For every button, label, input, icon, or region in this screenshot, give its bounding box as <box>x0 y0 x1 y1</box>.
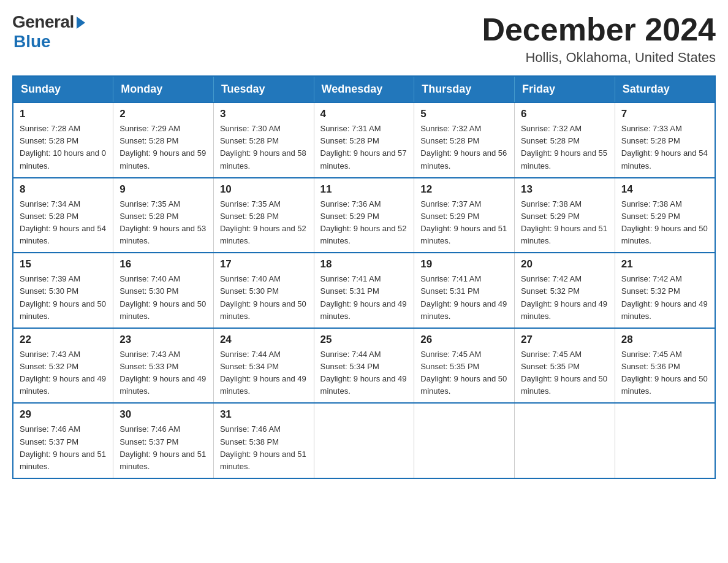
day-number: 18 <box>320 258 408 270</box>
day-info: Sunrise: 7:30 AMSunset: 5:28 PMDaylight:… <box>220 123 308 172</box>
calendar-week-row: 15Sunrise: 7:39 AMSunset: 5:30 PMDayligh… <box>13 253 715 328</box>
day-header-saturday: Saturday <box>615 76 715 102</box>
location-subtitle: Hollis, Oklahoma, United States <box>482 50 716 66</box>
day-number: 4 <box>320 108 408 120</box>
day-info: Sunrise: 7:41 AMSunset: 5:31 PMDaylight:… <box>420 273 508 323</box>
day-header-sunday: Sunday <box>13 76 113 102</box>
day-number: 21 <box>621 258 708 270</box>
day-header-monday: Monday <box>113 76 214 102</box>
day-info: Sunrise: 7:35 AMSunset: 5:28 PMDaylight:… <box>119 198 207 248</box>
calendar-cell: 19Sunrise: 7:41 AMSunset: 5:31 PMDayligh… <box>414 253 515 328</box>
day-info: Sunrise: 7:36 AMSunset: 5:29 PMDaylight:… <box>320 198 408 248</box>
day-header-row: SundayMondayTuesdayWednesdayThursdayFrid… <box>13 76 715 102</box>
calendar-cell: 14Sunrise: 7:38 AMSunset: 5:29 PMDayligh… <box>615 178 715 253</box>
day-info: Sunrise: 7:46 AMSunset: 5:37 PMDaylight:… <box>119 423 207 473</box>
calendar-cell: 17Sunrise: 7:40 AMSunset: 5:30 PMDayligh… <box>213 253 314 328</box>
calendar-cell: 9Sunrise: 7:35 AMSunset: 5:28 PMDaylight… <box>113 178 214 253</box>
calendar-cell: 29Sunrise: 7:46 AMSunset: 5:37 PMDayligh… <box>13 403 113 478</box>
day-info: Sunrise: 7:45 AMSunset: 5:35 PMDaylight:… <box>420 348 508 398</box>
day-info: Sunrise: 7:44 AMSunset: 5:34 PMDaylight:… <box>320 348 408 398</box>
day-info: Sunrise: 7:32 AMSunset: 5:28 PMDaylight:… <box>420 123 508 172</box>
calendar-week-row: 1Sunrise: 7:28 AMSunset: 5:28 PMDaylight… <box>13 102 715 178</box>
day-number: 25 <box>320 334 408 346</box>
day-info: Sunrise: 7:44 AMSunset: 5:34 PMDaylight:… <box>220 348 308 398</box>
day-info: Sunrise: 7:40 AMSunset: 5:30 PMDaylight:… <box>220 273 308 323</box>
day-info: Sunrise: 7:45 AMSunset: 5:36 PMDaylight:… <box>621 348 708 398</box>
calendar-cell: 5Sunrise: 7:32 AMSunset: 5:28 PMDaylight… <box>414 102 515 178</box>
day-number: 30 <box>119 408 207 421</box>
day-header-friday: Friday <box>515 76 615 102</box>
calendar-cell: 12Sunrise: 7:37 AMSunset: 5:29 PMDayligh… <box>414 178 515 253</box>
day-info: Sunrise: 7:46 AMSunset: 5:37 PMDaylight:… <box>20 423 107 473</box>
day-info: Sunrise: 7:42 AMSunset: 5:32 PMDaylight:… <box>521 273 609 323</box>
calendar-cell <box>515 403 615 478</box>
calendar-cell: 27Sunrise: 7:45 AMSunset: 5:35 PMDayligh… <box>515 328 615 404</box>
day-number: 24 <box>220 334 308 346</box>
calendar-cell: 28Sunrise: 7:45 AMSunset: 5:36 PMDayligh… <box>615 328 715 404</box>
day-number: 1 <box>20 108 107 120</box>
calendar-cell: 10Sunrise: 7:35 AMSunset: 5:28 PMDayligh… <box>213 178 314 253</box>
day-number: 7 <box>621 108 708 120</box>
day-number: 27 <box>521 334 609 346</box>
calendar-cell <box>414 403 515 478</box>
calendar-cell: 24Sunrise: 7:44 AMSunset: 5:34 PMDayligh… <box>213 328 314 404</box>
day-number: 2 <box>119 108 207 120</box>
title-section: December 2024 Hollis, Oklahoma, United S… <box>482 12 716 66</box>
calendar-cell: 22Sunrise: 7:43 AMSunset: 5:32 PMDayligh… <box>13 328 113 404</box>
day-number: 3 <box>220 108 308 120</box>
day-number: 19 <box>420 258 508 270</box>
day-number: 10 <box>220 183 308 196</box>
day-number: 6 <box>521 108 609 120</box>
day-info: Sunrise: 7:29 AMSunset: 5:28 PMDaylight:… <box>119 123 207 172</box>
logo-arrow-icon <box>77 17 85 29</box>
day-info: Sunrise: 7:39 AMSunset: 5:30 PMDaylight:… <box>20 273 107 323</box>
day-info: Sunrise: 7:42 AMSunset: 5:32 PMDaylight:… <box>621 273 708 323</box>
day-number: 16 <box>119 258 207 270</box>
day-number: 29 <box>20 408 107 421</box>
calendar-cell: 30Sunrise: 7:46 AMSunset: 5:37 PMDayligh… <box>113 403 214 478</box>
calendar-table: SundayMondayTuesdayWednesdayThursdayFrid… <box>12 75 716 479</box>
calendar-cell: 18Sunrise: 7:41 AMSunset: 5:31 PMDayligh… <box>314 253 414 328</box>
calendar-cell: 11Sunrise: 7:36 AMSunset: 5:29 PMDayligh… <box>314 178 414 253</box>
logo: General Blue <box>12 12 85 52</box>
calendar-cell: 4Sunrise: 7:31 AMSunset: 5:28 PMDaylight… <box>314 102 414 178</box>
calendar-cell: 31Sunrise: 7:46 AMSunset: 5:38 PMDayligh… <box>213 403 314 478</box>
day-number: 11 <box>320 183 408 196</box>
day-number: 13 <box>521 183 609 196</box>
calendar-cell: 3Sunrise: 7:30 AMSunset: 5:28 PMDaylight… <box>213 102 314 178</box>
month-title: December 2024 <box>482 12 716 47</box>
day-info: Sunrise: 7:41 AMSunset: 5:31 PMDaylight:… <box>320 273 408 323</box>
calendar-cell: 20Sunrise: 7:42 AMSunset: 5:32 PMDayligh… <box>515 253 615 328</box>
day-number: 20 <box>521 258 609 270</box>
day-number: 15 <box>20 258 107 270</box>
calendar-cell: 15Sunrise: 7:39 AMSunset: 5:30 PMDayligh… <box>13 253 113 328</box>
day-number: 5 <box>420 108 508 120</box>
calendar-cell: 8Sunrise: 7:34 AMSunset: 5:28 PMDaylight… <box>13 178 113 253</box>
day-number: 28 <box>621 334 708 346</box>
day-info: Sunrise: 7:32 AMSunset: 5:28 PMDaylight:… <box>521 123 609 172</box>
day-info: Sunrise: 7:37 AMSunset: 5:29 PMDaylight:… <box>420 198 508 248</box>
logo-blue-text: Blue <box>13 32 51 52</box>
day-number: 22 <box>20 334 107 346</box>
day-info: Sunrise: 7:46 AMSunset: 5:38 PMDaylight:… <box>220 423 308 473</box>
calendar-cell <box>615 403 715 478</box>
day-number: 23 <box>119 334 207 346</box>
calendar-week-row: 8Sunrise: 7:34 AMSunset: 5:28 PMDaylight… <box>13 178 715 253</box>
calendar-cell: 16Sunrise: 7:40 AMSunset: 5:30 PMDayligh… <box>113 253 214 328</box>
day-info: Sunrise: 7:43 AMSunset: 5:33 PMDaylight:… <box>119 348 207 398</box>
day-info: Sunrise: 7:38 AMSunset: 5:29 PMDaylight:… <box>621 198 708 248</box>
day-info: Sunrise: 7:40 AMSunset: 5:30 PMDaylight:… <box>119 273 207 323</box>
day-info: Sunrise: 7:35 AMSunset: 5:28 PMDaylight:… <box>220 198 308 248</box>
calendar-cell <box>314 403 414 478</box>
day-number: 14 <box>621 183 708 196</box>
day-number: 17 <box>220 258 308 270</box>
day-info: Sunrise: 7:34 AMSunset: 5:28 PMDaylight:… <box>20 198 107 248</box>
day-number: 8 <box>20 183 107 196</box>
day-info: Sunrise: 7:31 AMSunset: 5:28 PMDaylight:… <box>320 123 408 172</box>
calendar-week-row: 29Sunrise: 7:46 AMSunset: 5:37 PMDayligh… <box>13 403 715 478</box>
day-number: 31 <box>220 408 308 421</box>
day-header-wednesday: Wednesday <box>314 76 414 102</box>
calendar-cell: 7Sunrise: 7:33 AMSunset: 5:28 PMDaylight… <box>615 102 715 178</box>
calendar-cell: 21Sunrise: 7:42 AMSunset: 5:32 PMDayligh… <box>615 253 715 328</box>
day-header-thursday: Thursday <box>414 76 515 102</box>
